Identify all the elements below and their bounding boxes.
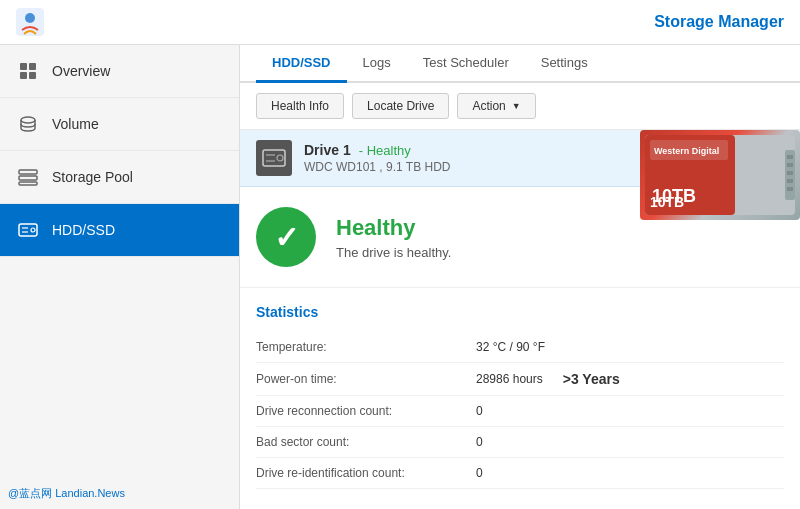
svg-point-1 [25,13,35,23]
svg-text:10TB: 10TB [652,186,696,206]
stat-label-temperature: Temperature: [256,340,476,354]
sidebar-hdd-ssd-label: HDD/SSD [52,222,115,238]
drive-status: - Healthy [359,143,411,158]
content-area: HDD/SSD Logs Test Scheduler Settings Hea… [240,45,800,509]
hdd-ssd-icon [16,218,40,242]
svg-rect-25 [787,163,793,167]
checkmark-icon: ✓ [274,220,299,255]
main-layout: Overview Volume Storage Pool [0,45,800,509]
stat-label-power-on: Power-on time: [256,372,476,386]
health-info-button[interactable]: Health Info [256,93,344,119]
drive-info-bar: Drive 1 - Healthy WDC WD101 , 9.1 TB HDD [240,130,800,187]
stat-row-reidentification: Drive re-identification count: 0 [256,458,784,489]
svg-rect-7 [19,170,37,174]
stat-value-reconnection: 0 [476,404,483,418]
stat-row-bad-sector: Bad sector count: 0 [256,427,784,458]
storage-pool-icon [16,165,40,189]
tab-logs[interactable]: Logs [347,45,407,83]
sidebar: Overview Volume Storage Pool [0,45,240,509]
sidebar-item-overview[interactable]: Overview [0,45,239,98]
health-description: The drive is healthy. [336,245,451,260]
hdd-visual: Western Digital 10TB [640,130,800,220]
svg-point-6 [21,117,35,123]
action-dropdown-button[interactable]: Action [457,93,535,119]
svg-rect-27 [787,179,793,183]
svg-rect-10 [19,224,37,236]
svg-rect-14 [263,150,285,166]
stat-value-reidentification: 0 [476,466,483,480]
drive-icon [256,140,292,176]
locate-drive-button[interactable]: Locate Drive [352,93,449,119]
drive-model: WDC WD101 , 9.1 TB HDD [304,160,451,174]
stat-value-bad-sector: 0 [476,435,483,449]
svg-rect-26 [787,171,793,175]
svg-text:Western Digital: Western Digital [654,146,719,156]
health-text: Healthy The drive is healthy. [336,215,451,260]
svg-rect-24 [787,155,793,159]
volume-icon [16,112,40,136]
sidebar-overview-label: Overview [52,63,110,79]
svg-rect-5 [29,72,36,79]
statistics-title: Statistics [256,304,784,320]
footer-text: @蓝点网 Landian.News [8,487,125,499]
stat-value-power-on: 28986 hours [476,372,543,386]
tab-test-scheduler[interactable]: Test Scheduler [407,45,525,83]
stat-badge-power-on: >3 Years [563,371,620,387]
stat-label-reidentification: Drive re-identification count: [256,466,476,480]
svg-rect-2 [20,63,27,70]
sidebar-item-volume[interactable]: Volume [0,98,239,151]
header: Storage Manager [0,0,800,45]
app-icon [16,8,44,36]
svg-rect-4 [20,72,27,79]
action-bar: Health Info Locate Drive Action [240,83,800,130]
sidebar-item-hdd-ssd[interactable]: HDD/SSD [0,204,239,257]
stat-value-temperature: 32 °C / 90 °F [476,340,545,354]
stat-row-reconnection: Drive reconnection count: 0 [256,396,784,427]
sidebar-volume-label: Volume [52,116,99,132]
sidebar-item-storage-pool[interactable]: Storage Pool [0,151,239,204]
tab-settings[interactable]: Settings [525,45,604,83]
svg-point-11 [31,228,35,232]
stat-row-temperature: Temperature: 32 °C / 90 °F [256,332,784,363]
footer-link[interactable]: @蓝点网 Landian.News [8,486,125,501]
sidebar-storage-pool-label: Storage Pool [52,169,133,185]
overview-icon [16,59,40,83]
drive-details: Drive 1 - Healthy WDC WD101 , 9.1 TB HDD [304,142,451,174]
health-title: Healthy [336,215,451,241]
stat-row-power-on-time: Power-on time: 28986 hours >3 Years [256,363,784,396]
tab-hdd-ssd[interactable]: HDD/SSD [256,45,347,83]
stat-label-reconnection: Drive reconnection count: [256,404,476,418]
drive-name: Drive 1 [304,142,351,158]
stat-label-bad-sector: Bad sector count: [256,435,476,449]
svg-rect-28 [787,187,793,191]
svg-point-15 [277,155,283,161]
app-title: Storage Manager [654,13,784,31]
logo [16,8,44,36]
svg-rect-9 [19,182,37,185]
drive-image: Western Digital 10TB [640,130,800,220]
svg-rect-8 [19,176,37,180]
svg-rect-3 [29,63,36,70]
health-status-icon: ✓ [256,207,316,267]
statistics-section: Statistics Temperature: 32 °C / 90 °F Po… [240,288,800,505]
tab-bar: HDD/SSD Logs Test Scheduler Settings [240,45,800,83]
